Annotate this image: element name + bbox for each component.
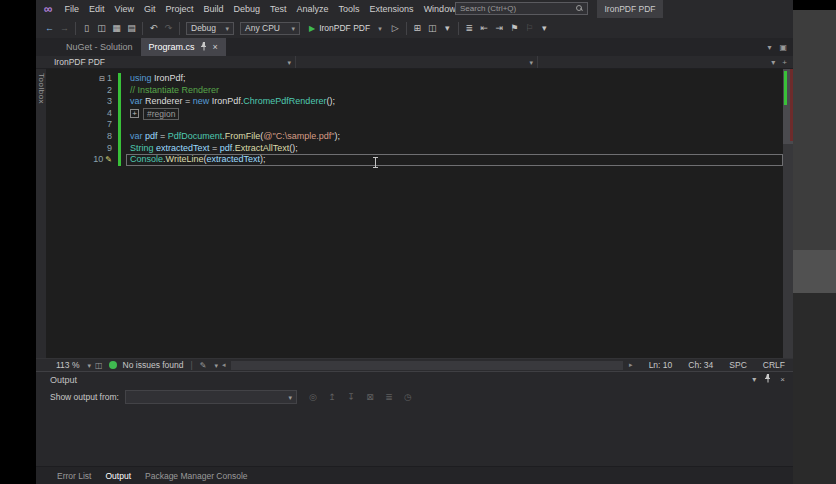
code-line-1[interactable]: ⊟1using IronPdf; (46, 73, 783, 85)
panel-tab-error-list[interactable]: Error List (50, 467, 98, 484)
menu-tools[interactable]: Tools (334, 0, 365, 18)
next-message-icon: ↧ (345, 387, 357, 407)
horizontal-scrollbar[interactable] (231, 361, 623, 370)
pencil-icon[interactable]: ✎ (105, 156, 112, 164)
member-dropdown[interactable]: ▾ + (538, 56, 793, 68)
menu-project[interactable]: Project (160, 0, 198, 18)
pin-icon[interactable] (200, 42, 208, 53)
file-header-icon[interactable]: ⊟ (99, 75, 105, 82)
code-text: Console.WriteLine(extractedText); (126, 154, 783, 166)
toggle-bookmark-icon[interactable]: ⚑ (507, 18, 522, 38)
start-debugging-button[interactable]: ▶ IronPDF PDF ▾ (303, 18, 388, 38)
line-ending-indicator[interactable]: CRLF (763, 360, 785, 370)
background-window-strip (793, 0, 836, 484)
vertical-scrollbar[interactable] (783, 69, 793, 358)
project-dropdown[interactable]: IronPDF PDF ▾ (46, 56, 296, 68)
chevron-down-icon[interactable]: ▾ (214, 362, 218, 369)
new-file-icon[interactable]: ▯ (79, 18, 94, 38)
zoom-level[interactable]: 113 % (56, 360, 79, 370)
scrollbar-mark (790, 69, 793, 141)
live-share-icon[interactable]: ⊞ (410, 18, 425, 38)
code-line-9[interactable]: 9String extractedText = pdf.ExtractAllTe… (46, 143, 783, 155)
save-all-icon[interactable]: ▤ (124, 18, 139, 38)
region-expander-icon[interactable]: + (130, 109, 139, 118)
scroll-left-icon[interactable]: ◂ (222, 361, 226, 369)
output-source-dropdown[interactable]: ▾ (125, 390, 297, 404)
menu-bar: FileEditViewGitProjectBuildDebugTestAnal… (60, 0, 490, 18)
active-files-dropdown-icon[interactable]: ▾ (767, 43, 771, 52)
panel-tab-package-manager-console[interactable]: Package Manager Console (138, 467, 255, 484)
close-icon[interactable]: × (780, 376, 785, 384)
separator (458, 22, 459, 35)
play-icon: ▶ (309, 24, 315, 33)
menu-test[interactable]: Test (265, 0, 292, 18)
search-box[interactable]: Search (Ctrl+Q) (455, 2, 588, 15)
menu-debug[interactable]: Debug (229, 0, 266, 18)
chevron-down-icon: ▾ (529, 59, 533, 66)
type-dropdown[interactable]: ▾ (296, 56, 538, 68)
menu-edit[interactable]: Edit (84, 0, 110, 18)
attach-dropdown-icon[interactable]: ▾ (440, 18, 455, 38)
code-line-3[interactable]: 3var Renderer = new IronPdf.ChromePdfRen… (46, 96, 783, 108)
line-number: 8 (46, 131, 114, 143)
code-line-7[interactable]: 7 (46, 119, 783, 131)
spaces-indicator[interactable]: SPC (729, 360, 746, 370)
configuration-dropdown[interactable]: Debug ▾ (186, 22, 234, 35)
open-file-icon[interactable]: ◫ (94, 18, 109, 38)
document-outline-icon[interactable]: ◫ (425, 18, 440, 38)
code-line-8[interactable]: 8var pdf = PdfDocument.FromFile(@"C:\sam… (46, 131, 783, 143)
change-tracking-bar (114, 85, 126, 97)
close-icon[interactable]: × (213, 43, 218, 52)
change-tracking-bar (114, 154, 126, 166)
output-panel-header: Output ▾ × (36, 372, 793, 387)
line-number: 4 (46, 108, 114, 120)
nav-back-icon[interactable]: ← (42, 18, 57, 38)
menu-build[interactable]: Build (198, 0, 228, 18)
chevron-down-icon[interactable]: ▾ (87, 362, 91, 369)
undo-icon[interactable]: ↶ (146, 18, 161, 38)
health-indicator-icon[interactable] (109, 361, 117, 369)
add-icon[interactable]: + (782, 58, 787, 67)
tab-row-controls: ▾ ▣ (767, 38, 787, 56)
pin-icon[interactable] (764, 374, 772, 385)
collapsed-region[interactable]: #region (143, 108, 179, 120)
platform-dropdown[interactable]: Any CPU ▾ (240, 22, 300, 35)
window-options-icon[interactable]: ▣ (779, 43, 787, 52)
menu-git[interactable]: Git (139, 0, 161, 18)
menu-file[interactable]: File (60, 0, 85, 18)
tab-program-cs[interactable]: Program.cs× (141, 38, 226, 56)
output-content[interactable] (36, 407, 793, 466)
toolbar-left-icons: ←→▯◫▦▤↶↷ (42, 18, 183, 38)
tab-nuget-solution[interactable]: NuGet - Solution (58, 38, 141, 56)
indent-icon[interactable]: ⇥ (492, 18, 507, 38)
start-without-debugging-icon[interactable]: ▷ (388, 18, 403, 38)
split-view-icon[interactable]: ◫ (95, 361, 103, 370)
code-text: +#region (126, 108, 783, 120)
chevron-down-icon[interactable]: ▾ (771, 58, 775, 67)
line-number: 7 (46, 119, 114, 131)
side-tool-strip: Toolbox (36, 69, 46, 358)
menu-view[interactable]: View (110, 0, 139, 18)
menu-analyze[interactable]: Analyze (292, 0, 334, 18)
code-line-2[interactable]: 2// Instantiate Renderer (46, 85, 783, 97)
tool-tab-toolbox[interactable]: Toolbox (37, 73, 46, 104)
code-editor[interactable]: ⊟1using IronPdf;2// Instantiate Renderer… (46, 69, 793, 358)
code-fix-icon[interactable]: ✎ (200, 361, 207, 370)
display-whitespace-icon[interactable]: ≣ (462, 18, 477, 38)
visual-studio-window: ∞ FileEditViewGitProjectBuildDebugTestAn… (36, 0, 793, 484)
code-line-10[interactable]: 10✎Console.WriteLine(extractedText); (46, 154, 783, 166)
account-button[interactable]: IronPDF PDF (597, 0, 663, 18)
panel-tab-output[interactable]: Output (98, 467, 138, 484)
chevron-down-icon: ▾ (291, 25, 295, 32)
save-icon[interactable]: ▦ (109, 18, 124, 38)
menu-extensions[interactable]: Extensions (365, 0, 419, 18)
scroll-right-icon[interactable]: ▸ (629, 361, 633, 369)
outdent-icon[interactable]: ⇤ (477, 18, 492, 38)
more-commands-icon[interactable]: ▾ (537, 18, 552, 38)
document-tab-row: NuGet - SolutionProgram.cs× ▾ ▣ (36, 38, 793, 56)
prev-bookmark-icon: ⚐ (522, 18, 537, 38)
code-line-4[interactable]: 4+#region (46, 108, 783, 120)
redo-icon: ↷ (161, 18, 176, 38)
window-position-icon[interactable]: ▾ (752, 376, 756, 384)
separator (142, 22, 143, 35)
